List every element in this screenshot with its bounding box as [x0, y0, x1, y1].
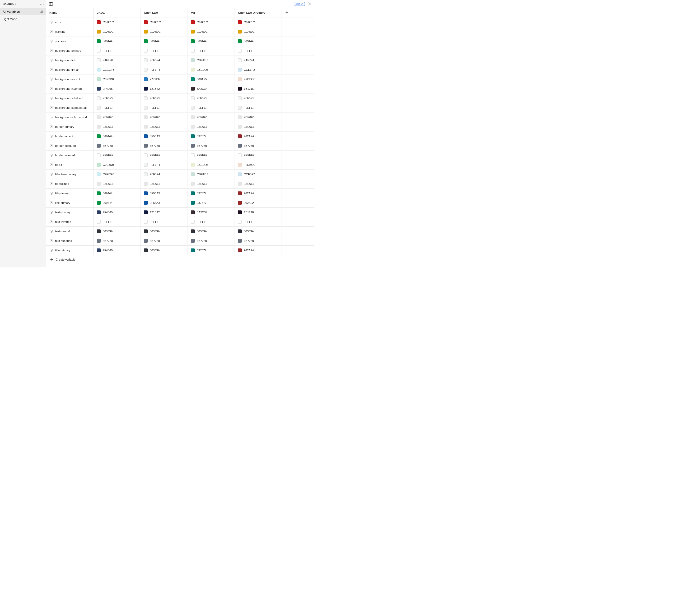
variable-name-cell[interactable]: success	[46, 36, 94, 46]
table-row[interactable]: text-neutral30333A30333A30333A30333A	[46, 227, 314, 236]
color-value-cell[interactable]: E0A50C	[94, 27, 141, 36]
variable-name-cell[interactable]: background-sub…econdary	[46, 112, 94, 122]
variable-name-cell[interactable]: warning	[46, 27, 94, 36]
color-value-cell[interactable]: 962A2A	[235, 131, 282, 141]
color-value-cell[interactable]: 1B121E	[235, 84, 282, 93]
variable-name-cell[interactable]: border-accent	[46, 131, 94, 141]
color-value-cell[interactable]: 2F4065	[94, 208, 141, 217]
color-value-cell[interactable]: E6E6E6	[235, 122, 282, 131]
color-value-cell[interactable]: F5F5F5	[188, 94, 235, 103]
variable-name-cell[interactable]: background-tint	[46, 55, 94, 65]
color-value-cell[interactable]: FFFFFF	[188, 46, 235, 55]
table-row[interactable]: link-primary0694440F56A3037877962A2A	[46, 198, 314, 208]
color-value-cell[interactable]: E6E6E6	[188, 122, 235, 131]
color-value-cell[interactable]: E6E6E6	[235, 112, 282, 122]
color-value-cell[interactable]: F0F3F4	[141, 160, 188, 169]
color-value-cell[interactable]: F0F3F4	[141, 55, 188, 65]
table-row[interactable]: title-primary2F406530333A037877962A2A	[46, 245, 314, 255]
table-row[interactable]: fill-altC0E3D0F0F3F4EBEDD3F2DBCC	[46, 160, 314, 169]
variable-name-cell[interactable]: fill-alt	[46, 160, 94, 169]
color-value-cell[interactable]: FFFFFF	[235, 46, 282, 55]
color-value-cell[interactable]: FFFFFF	[188, 217, 235, 226]
variable-name-cell[interactable]: border-subdued	[46, 141, 94, 150]
color-value-cell[interactable]: FFFFFF	[188, 151, 235, 160]
close-button[interactable]	[307, 2, 312, 6]
color-value-cell[interactable]: CCE3F2	[235, 169, 282, 179]
color-value-cell[interactable]: 30333A	[188, 227, 235, 236]
color-value-cell[interactable]: EBEDD3	[188, 65, 235, 74]
color-value-cell[interactable]: 069444	[94, 198, 141, 207]
color-value-cell[interactable]: 3A2C34	[188, 84, 235, 93]
variable-name-cell[interactable]: text-inverted	[46, 217, 94, 226]
beta-badge[interactable]: Beta	[294, 2, 305, 6]
color-value-cell[interactable]: F0EFEF	[141, 103, 188, 112]
color-value-cell[interactable]: C61C1C	[188, 18, 235, 27]
table-row[interactable]: warningE0A50CE0A50CE0A50CE0A50C	[46, 27, 314, 36]
color-value-cell[interactable]: FFFFFF	[141, 151, 188, 160]
color-value-cell[interactable]: E6E6E6	[188, 112, 235, 122]
color-value-cell[interactable]: 0F56A3	[141, 198, 188, 207]
color-value-cell[interactable]: 2779BE	[141, 75, 188, 84]
variable-name-cell[interactable]: background-subdued-alt	[46, 103, 94, 112]
color-value-cell[interactable]: FFFFFF	[141, 46, 188, 55]
variable-name-cell[interactable]: background-tint-alt	[46, 65, 94, 74]
table-row[interactable]: text-subdued6B72806B72806B72806B7280	[46, 236, 314, 245]
color-value-cell[interactable]: 069444	[235, 36, 282, 46]
color-value-cell[interactable]: E6E6E6	[94, 179, 141, 188]
color-value-cell[interactable]: 962A2A	[235, 188, 282, 198]
color-value-cell[interactable]: 6B7280	[235, 141, 282, 150]
sidebar-item-light-mode[interactable]: Light Mode	[0, 15, 46, 23]
variable-name-cell[interactable]: text-neutral	[46, 227, 94, 236]
sidebar-item-all-variables[interactable]: All variables25	[0, 8, 46, 15]
color-value-cell[interactable]: 6B7280	[235, 236, 282, 245]
column-header-mode[interactable]: JADE	[94, 8, 141, 17]
variable-name-cell[interactable]: link-primary	[46, 198, 94, 207]
color-value-cell[interactable]: F0EFEF	[188, 103, 235, 112]
color-value-cell[interactable]: F5F5F5	[94, 94, 141, 103]
table-row[interactable]: background-sub…econdaryE6E6E6E6E6E6E6E6E…	[46, 112, 314, 122]
color-value-cell[interactable]: 6B7280	[94, 236, 141, 245]
table-row[interactable]: background-primaryFFFFFFFFFFFFFFFFFFFFFF…	[46, 46, 314, 55]
color-value-cell[interactable]: FFFFFF	[235, 217, 282, 226]
column-header-mode[interactable]: VR	[188, 8, 235, 17]
table-row[interactable]: border-accent0694440F56A3037877962A2A	[46, 131, 314, 141]
color-value-cell[interactable]: 962A2A	[235, 245, 282, 255]
color-value-cell[interactable]: E6E6E6	[141, 179, 188, 188]
table-row[interactable]: background-subdued-altF0EFEFF0EFEFF0EFEF…	[46, 103, 314, 112]
table-row[interactable]: border-subdued6B72806B72806B72806B7280	[46, 141, 314, 151]
color-value-cell[interactable]: F4F9F8	[94, 55, 141, 65]
color-value-cell[interactable]: 037877	[188, 131, 235, 141]
color-value-cell[interactable]: F0F3F4	[141, 65, 188, 74]
table-row[interactable]: success069444069444069444069444	[46, 36, 314, 46]
color-value-cell[interactable]: 0F56A3	[141, 188, 188, 198]
variable-name-cell[interactable]: border-inverted	[46, 151, 94, 160]
color-value-cell[interactable]: C0E3D0	[94, 75, 141, 84]
color-value-cell[interactable]: 121B42	[141, 208, 188, 217]
color-value-cell[interactable]: CEECF3	[94, 169, 141, 179]
table-row[interactable]: background-inverted2F4065121B423A2C341B1…	[46, 84, 314, 94]
color-value-cell[interactable]: 0F56A3	[141, 131, 188, 141]
color-value-cell[interactable]: 962A2A	[235, 198, 282, 207]
color-value-cell[interactable]: E6E6E6	[188, 179, 235, 188]
color-value-cell[interactable]: E0A50C	[235, 27, 282, 36]
table-row[interactable]: text-invertedFFFFFFFFFFFFFFFFFFFFFFFF	[46, 217, 314, 227]
color-value-cell[interactable]: F2DBCC	[235, 160, 282, 169]
table-row[interactable]: border-primaryE6E6E6E6E6E6E6E6E6E6E6E6	[46, 122, 314, 131]
color-value-cell[interactable]: C61C1C	[94, 18, 141, 27]
color-value-cell[interactable]: F0F3F4	[141, 169, 188, 179]
variable-name-cell[interactable]: fill-alt-secondary	[46, 169, 94, 179]
color-value-cell[interactable]: F2DBCC	[235, 75, 282, 84]
color-value-cell[interactable]: C61C1C	[141, 18, 188, 27]
color-value-cell[interactable]: FFFFFF	[141, 217, 188, 226]
variable-name-cell[interactable]: background-primary	[46, 46, 94, 55]
add-mode-column[interactable]	[282, 8, 314, 17]
color-value-cell[interactable]: C61C1C	[235, 18, 282, 27]
color-value-cell[interactable]: 1B121E	[235, 208, 282, 217]
color-value-cell[interactable]: E6E6E6	[94, 112, 141, 122]
color-value-cell[interactable]: FFFFFF	[235, 151, 282, 160]
table-row[interactable]: background-tint-altCEECF3F0F3F4EBEDD3CCE…	[46, 65, 314, 75]
color-value-cell[interactable]: E0A50C	[188, 27, 235, 36]
color-value-cell[interactable]: FFFFFF	[94, 151, 141, 160]
more-options-button[interactable]	[40, 4, 44, 4]
color-value-cell[interactable]: F0EFEF	[235, 103, 282, 112]
